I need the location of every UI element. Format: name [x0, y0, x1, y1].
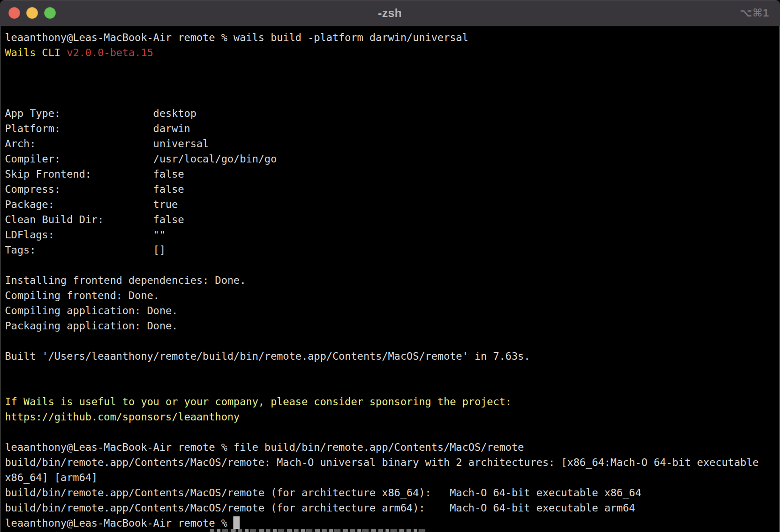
terminal-text-segment: https://github.com/sponsors/leaanthony: [5, 411, 240, 423]
terminal-text-segment: build/bin/remote.app/Contents/MacOS/remo…: [5, 502, 635, 514]
terminal-text-segment: Installing frontend dependencies: Done.: [5, 274, 246, 286]
terminal-text-segment: If Wails is useful to you or your compan…: [5, 396, 511, 407]
terminal-text-segment: build/bin/remote.app/Contents/MacOS/remo…: [5, 457, 759, 468]
traffic-lights: [8, 7, 56, 19]
terminal-text-segment: Skip Frontend: false: [5, 168, 184, 180]
terminal-text-segment: Compiling frontend: Done.: [5, 290, 159, 301]
terminal-line: Clean Build Dir: false: [5, 212, 780, 227]
close-button[interactable]: [8, 7, 20, 19]
terminal-line: [5, 60, 780, 75]
terminal-window: -zsh ⌥⌘1 leaanthony@Leas-MacBook-Air rem…: [0, 0, 780, 532]
terminal-line: App Type: desktop: [5, 106, 780, 121]
terminal-text-segment: build/bin/remote.app/Contents/MacOS/remo…: [5, 487, 641, 499]
terminal-text-segment: Package: true: [5, 199, 178, 210]
zoom-button[interactable]: [44, 7, 56, 19]
terminal-text-segment: Platform: darwin: [5, 123, 190, 134]
terminal-screen[interactable]: leaanthony@Leas-MacBook-Air remote % wai…: [0, 26, 780, 532]
window-title: -zsh: [0, 0, 780, 26]
terminal-line: LDFlags: "": [5, 227, 780, 242]
terminal-text-segment: Wails CLI: [5, 47, 66, 58]
minimize-button[interactable]: [26, 7, 38, 19]
terminal-text-segment: leaanthony@Leas-MacBook-Air remote %: [5, 517, 233, 529]
terminal-line: Wails CLI v2.0.0-beta.15: [5, 45, 780, 60]
terminal-text-segment: Clean Build Dir: false: [5, 214, 184, 225]
terminal-text-segment: leaanthony@Leas-MacBook-Air remote % fil…: [5, 441, 524, 453]
clipped-background-text: [210, 529, 426, 532]
terminal-line: Compiler: /usr/local/go/bin/go: [5, 151, 780, 166]
tab-shortcut-badge: ⌥⌘1: [740, 0, 769, 26]
terminal-line: Compiling frontend: Done.: [5, 288, 780, 303]
terminal-cursor: [233, 516, 240, 529]
terminal-line: [5, 75, 780, 91]
terminal-text-segment: LDFlags: "": [5, 229, 166, 241]
terminal-line: [5, 424, 780, 440]
terminal-line: leaanthony@Leas-MacBook-Air remote %: [5, 515, 780, 531]
terminal-line: Compress: false: [5, 182, 780, 197]
terminal-output: leaanthony@Leas-MacBook-Air remote % wai…: [5, 30, 780, 531]
terminal-text-segment: Packaging application: Done.: [5, 320, 178, 332]
terminal-line: Compiling application: Done.: [5, 303, 780, 318]
terminal-text-segment: Compiler: /usr/local/go/bin/go: [5, 153, 277, 165]
terminal-line: [5, 258, 780, 273]
terminal-line: https://github.com/sponsors/leaanthony: [5, 409, 780, 424]
terminal-text-segment: Compress: false: [5, 183, 184, 195]
terminal-text-segment: Tags: []: [5, 244, 166, 256]
terminal-text-segment: App Type: desktop: [5, 108, 196, 119]
terminal-line: Installing frontend dependencies: Done.: [5, 273, 780, 288]
terminal-line: Arch: universal: [5, 136, 780, 151]
terminal-text-segment: leaanthony@Leas-MacBook-Air remote % wai…: [5, 32, 469, 43]
terminal-line: Built '/Users/leaanthony/remote/build/bi…: [5, 349, 780, 364]
terminal-line: If Wails is useful to you or your compan…: [5, 394, 780, 409]
terminal-line: Tags: []: [5, 242, 780, 258]
terminal-line: build/bin/remote.app/Contents/MacOS/remo…: [5, 485, 780, 500]
terminal-text-segment: Compiling application: Done.: [5, 305, 178, 316]
terminal-line: [5, 379, 780, 394]
terminal-text-segment: Built '/Users/leaanthony/remote/build/bi…: [5, 350, 530, 362]
terminal-line: [5, 333, 780, 349]
terminal-text-segment: v2.0.0-beta.15: [66, 47, 153, 58]
terminal-text-segment: Arch: universal: [5, 138, 209, 150]
terminal-line: Platform: darwin: [5, 121, 780, 136]
terminal-line: Package: true: [5, 197, 780, 212]
terminal-text-segment: x86_64] [arm64]: [5, 472, 98, 483]
terminal-line: leaanthony@Leas-MacBook-Air remote % wai…: [5, 30, 780, 45]
terminal-line: Packaging application: Done.: [5, 318, 780, 333]
terminal-line: build/bin/remote.app/Contents/MacOS/remo…: [5, 500, 780, 515]
terminal-line: build/bin/remote.app/Contents/MacOS/remo…: [5, 455, 780, 470]
terminal-line: leaanthony@Leas-MacBook-Air remote % fil…: [5, 440, 780, 455]
window-title-bar[interactable]: -zsh ⌥⌘1: [0, 0, 780, 26]
terminal-line: [5, 91, 780, 106]
terminal-line: [5, 364, 780, 379]
terminal-line: x86_64] [arm64]: [5, 470, 780, 485]
terminal-line: Skip Frontend: false: [5, 166, 780, 182]
